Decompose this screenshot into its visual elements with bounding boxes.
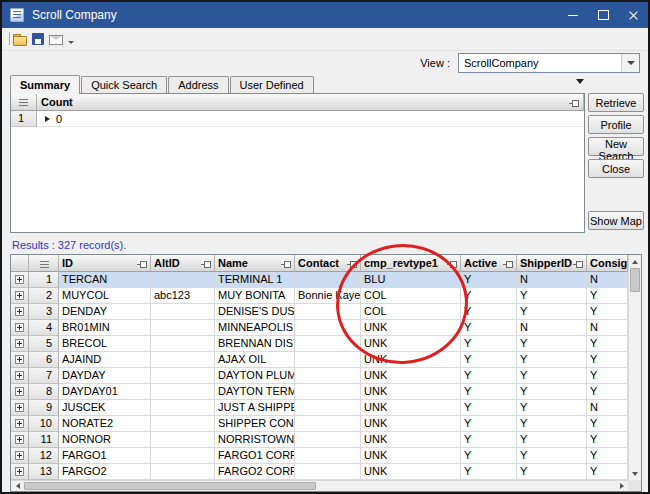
cell-altid[interactable] [151,336,215,352]
cell-consign[interactable]: Y [587,304,628,320]
expand-cell[interactable] [11,448,29,464]
cell-consign[interactable]: Y [587,432,628,448]
row-number-cell[interactable]: 13 [29,464,59,480]
cell-active[interactable]: Y [461,464,517,480]
cell-revtype[interactable]: COL [361,304,461,320]
table-row[interactable]: 12FARGO1FARGO1 CORPUNKYYY [11,448,628,464]
cell-id[interactable]: DAYDAY01 [59,384,151,400]
cell-id[interactable]: NORNOR [59,432,151,448]
table-row[interactable]: 6AJAINDAJAX OILUNKYYY [11,352,628,368]
tab-address[interactable]: Address [168,76,228,93]
expand-cell[interactable] [11,320,29,336]
cell-revtype[interactable]: UNK [361,400,461,416]
cell-name[interactable]: FARGO1 CORP [215,448,295,464]
view-combobox-button[interactable] [621,54,639,72]
cell-revtype[interactable]: UNK [361,448,461,464]
folder-icon[interactable] [12,31,28,47]
cell-consign[interactable]: Y [587,336,628,352]
cell-contact[interactable] [295,320,361,336]
cell-revtype[interactable]: UNK [361,320,461,336]
row-number-cell[interactable]: 2 [29,288,59,304]
cell-name[interactable]: DENISE'S DUST... [215,304,295,320]
save-icon[interactable] [30,31,46,47]
pin-icon[interactable] [137,260,147,268]
cell-consign[interactable]: N [587,400,628,416]
cell-id[interactable]: NORATE2 [59,416,151,432]
row-number-cell[interactable]: 1 [29,272,59,288]
cell-name[interactable]: BRENNAN DIST... [215,336,295,352]
cell-altid[interactable] [151,304,215,320]
cell-id[interactable]: JUSCEK [59,400,151,416]
cell-id[interactable]: FARGO1 [59,448,151,464]
mail-icon[interactable] [48,31,64,47]
column-header-id[interactable]: ID [59,255,151,272]
close-search-button[interactable]: Close [588,159,644,178]
cell-id[interactable]: DENDAY [59,304,151,320]
pin-icon[interactable] [447,260,457,268]
expand-cell[interactable] [11,432,29,448]
pin-icon[interactable] [347,260,357,268]
table-row[interactable]: 4BR01MINMINNEAPOLIS...UNKYNN [11,320,628,336]
expand-cell[interactable] [11,384,29,400]
expand-plus-icon[interactable] [15,339,24,348]
cell-altid[interactable] [151,352,215,368]
cell-consign[interactable]: Y [587,464,628,480]
row-number-cell[interactable]: 10 [29,416,59,432]
expand-plus-icon[interactable] [15,307,24,316]
summary-row[interactable]: 1 0 [11,111,584,127]
expand-plus-icon[interactable] [15,435,24,444]
column-header-shipperid[interactable]: ShipperID [517,255,587,272]
cell-active[interactable]: Y [461,432,517,448]
toolbar-grip[interactable] [6,32,10,45]
column-header-altid[interactable]: AltID [151,255,215,272]
toolbar-overflow-icon[interactable] [68,41,74,44]
column-header-active[interactable]: Active [461,255,517,272]
cell-shipperid[interactable]: N [517,272,587,288]
cell-consign[interactable]: N [587,272,628,288]
cell-shipperid[interactable]: Y [517,432,587,448]
show-map-button[interactable]: Show Map [588,211,644,230]
cell-consign[interactable]: N [587,320,628,336]
expand-plus-icon[interactable] [15,403,24,412]
cell-shipperid[interactable]: Y [517,352,587,368]
cell-contact[interactable] [295,400,361,416]
cell-altid[interactable] [151,448,215,464]
cell-name[interactable]: AJAX OIL [215,352,295,368]
column-header-cmp-revtype1[interactable]: cmp_revtype1 [361,255,461,272]
expand-cell[interactable] [11,288,29,304]
cell-consign[interactable]: Y [587,352,628,368]
cell-altid[interactable] [151,464,215,480]
cell-revtype[interactable]: UNK [361,464,461,480]
cell-id[interactable]: MUYCOL [59,288,151,304]
cell-revtype[interactable]: BLU [361,272,461,288]
cell-active[interactable]: Y [461,384,517,400]
tab-user-defined[interactable]: User Defined [230,76,314,93]
expand-plus-icon[interactable] [15,323,24,332]
expand-plus-icon[interactable] [15,355,24,364]
cell-revtype[interactable]: UNK [361,384,461,400]
cell-altid[interactable] [151,416,215,432]
expand-plus-icon[interactable] [15,371,24,380]
expand-plus-icon[interactable] [15,291,24,300]
column-header-contact[interactable]: Contact [295,255,361,272]
cell-shipperid[interactable]: Y [517,288,587,304]
cell-name[interactable]: DAYTON TERMI... [215,384,295,400]
expand-cell[interactable] [11,352,29,368]
cell-id[interactable]: TERCAN [59,272,151,288]
pin-icon[interactable] [503,260,513,268]
summary-column-header-count[interactable]: Count [37,94,584,111]
row-number-cell[interactable]: 8 [29,384,59,400]
expand-plus-icon[interactable] [15,451,24,460]
vertical-scrollbar[interactable] [628,255,641,480]
cell-altid[interactable] [151,320,215,336]
cell-contact[interactable] [295,448,361,464]
cell-active[interactable]: Y [461,304,517,320]
cell-revtype[interactable]: UNK [361,432,461,448]
expand-plus-icon[interactable] [15,467,24,476]
expand-cell[interactable] [11,400,29,416]
table-row[interactable]: 11NORNORNORRISTOWN,...UNKYYY [11,432,628,448]
cell-id[interactable]: BR01MIN [59,320,151,336]
row-number-cell[interactable]: 4 [29,320,59,336]
cell-shipperid[interactable]: Y [517,448,587,464]
table-row[interactable]: 1TERCANTERMINAL 1BLUYNN [11,272,628,288]
